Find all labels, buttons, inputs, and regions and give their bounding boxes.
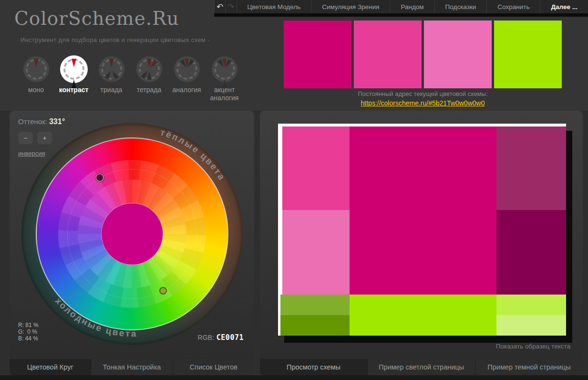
rgb-hex-label: RGB:	[198, 334, 214, 341]
top-menubar: ↶ ↷ Цветовая Модель Симуляция Зрения Ран…	[214, 0, 588, 13]
colorscheme-app: ↶ ↷ Цветовая Модель Симуляция Зрения Ран…	[0, 0, 588, 380]
menu-item-color-model[interactable]: Цветовая Модель	[237, 0, 311, 13]
menu-item-next[interactable]: Далее ...	[540, 0, 588, 13]
palette-swatch-3[interactable]	[424, 21, 492, 88]
scheme-preview-card	[278, 124, 566, 336]
left-tabstrip: Цветовой Круг Тонкая Настройка Список Цв…	[10, 359, 254, 375]
menu-item-vision-simulation[interactable]: Симуляция Зрения	[311, 0, 390, 13]
tab-fine-tuning[interactable]: Тонкая Настройка	[91, 359, 172, 375]
menu-item-save[interactable]: Сохранить	[486, 0, 540, 13]
mode-label: акцент аналогия	[206, 86, 243, 102]
preview-footer-right-bottom-block	[496, 315, 566, 336]
tab-scheme-view[interactable]: Просмотр схемы	[260, 359, 367, 375]
site-tagline: · Инструмент для подбора цветов и генера…	[16, 36, 210, 43]
rgb-hex-readout: RGB:CE0071	[198, 333, 244, 342]
palette-swatch-1[interactable]	[284, 21, 351, 88]
mode-analogy[interactable]: аналогия	[168, 56, 206, 102]
wheel-center-swatch	[101, 203, 163, 265]
preview-right-bottom-block	[496, 210, 566, 295]
mode-contrast[interactable]: контраст	[55, 56, 93, 102]
preview-footer-left-bottom-block	[280, 315, 350, 336]
tab-light-page-example[interactable]: Пример светлой страницы	[367, 359, 475, 375]
redo-icon: ↷	[227, 2, 234, 12]
mode-tetrad[interactable]: тетрада	[130, 56, 168, 102]
scheme-preview-panel: Показать образец текста	[260, 111, 583, 359]
rgb-r: R: 81 %	[18, 322, 39, 328]
analogy-wheel-icon	[174, 56, 200, 82]
rgb-b: B: 44 %	[18, 335, 38, 342]
right-tabstrip: Просмотр схемы Пример светлой страницы П…	[260, 359, 583, 375]
tetrad-wheel-icon	[136, 56, 162, 82]
undo-button[interactable]: ↶	[214, 0, 225, 13]
preview-footer-main-block	[350, 295, 496, 336]
mode-triad[interactable]: триада	[93, 56, 130, 102]
preview-main-block	[350, 127, 496, 295]
tab-color-list[interactable]: Список Цветов	[173, 359, 254, 375]
primary-hue-marker[interactable]	[95, 173, 104, 182]
show-sample-text-link[interactable]: Показать образец текста	[496, 343, 570, 350]
preview-footer-right-top-block	[496, 295, 566, 315]
menu-item-hints[interactable]: Подсказки	[434, 0, 487, 13]
mode-label: аналогия	[168, 86, 206, 94]
menubar-shadow	[214, 13, 588, 17]
mode-label: тетрада	[130, 86, 168, 94]
triad-wheel-icon	[99, 56, 124, 82]
color-wheel[interactable]: тёплые цвета холодные цвета	[21, 123, 243, 345]
contrast-wheel-icon	[61, 56, 87, 82]
preview-right-top-block	[496, 127, 566, 210]
preview-sidebar-top-block	[282, 127, 350, 210]
page-bottom-strip	[0, 375, 588, 380]
tab-color-wheel[interactable]: Цветовой Круг	[10, 359, 91, 375]
mono-wheel-icon	[23, 56, 49, 82]
mode-label: триада	[93, 86, 130, 94]
palette-swatch-4[interactable]	[494, 21, 562, 88]
undo-icon: ↶	[217, 2, 223, 12]
rgb-g: G: 0 %	[18, 328, 37, 335]
tab-dark-page-example[interactable]: Пример темной страницы	[475, 359, 583, 375]
rgb-hex-value: CE0071	[217, 333, 244, 342]
site-logo[interactable]: ColorScheme.Ru	[14, 8, 179, 29]
color-wheel-panel: Оттенок:331° − + инверсия тёплые цвета х…	[10, 111, 254, 359]
mode-accent-analogy[interactable]: акцент аналогия	[206, 56, 243, 102]
permalink-block: Постоянный адрес текущей цветовой схемы:…	[284, 90, 562, 107]
palette-swatch-2[interactable]	[354, 21, 422, 88]
permalink-caption: Постоянный адрес текущей цветовой схемы:	[284, 90, 562, 97]
mode-label: моно	[17, 86, 55, 94]
menu-item-random[interactable]: Рандом	[390, 0, 434, 13]
accent-analogy-wheel-icon	[212, 56, 237, 82]
palette-strip	[284, 21, 562, 88]
preview-footer-left-top-block	[280, 295, 350, 315]
redo-button[interactable]: ↷	[225, 0, 236, 13]
preview-sidebar-bottom-block	[282, 210, 350, 295]
rgb-percentages: R: 81 %G: 0 %B: 44 %	[18, 322, 39, 342]
contrast-hue-marker[interactable]	[159, 287, 167, 295]
permalink-url[interactable]: https://colorscheme.ru/#5b21Tw0w0w0w0	[361, 99, 485, 107]
mode-mono[interactable]: моно	[17, 56, 55, 102]
scheme-mode-selector: моно контраст триада тетрада аналог	[17, 56, 243, 102]
